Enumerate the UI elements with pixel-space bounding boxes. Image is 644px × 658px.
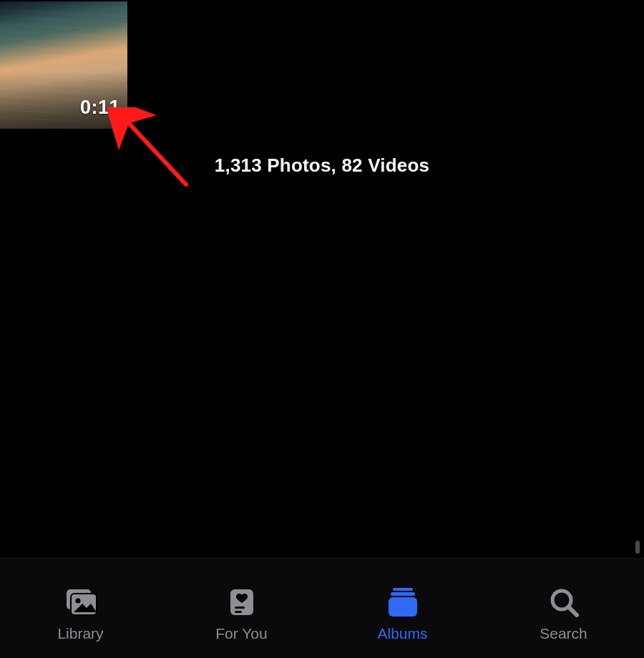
scroll-indicator xyxy=(635,541,640,554)
tab-search[interactable]: Search xyxy=(483,585,644,642)
svg-point-3 xyxy=(75,599,80,604)
video-duration-badge: 0:11 xyxy=(80,97,120,119)
svg-rect-7 xyxy=(393,588,413,591)
albums-icon xyxy=(383,585,423,619)
svg-line-11 xyxy=(569,607,577,615)
video-thumbnail[interactable]: 0:11 xyxy=(0,1,127,129)
tab-search-label: Search xyxy=(540,625,587,642)
tab-foryou-label: For You xyxy=(215,625,267,642)
tab-library[interactable]: Library xyxy=(0,585,161,642)
svg-rect-8 xyxy=(391,592,415,596)
tab-bar: Library For You Albums xyxy=(0,558,644,658)
tab-foryou[interactable]: For You xyxy=(161,585,322,642)
svg-rect-6 xyxy=(235,611,242,613)
svg-rect-5 xyxy=(235,607,245,609)
album-summary-count: 1,313 Photos, 82 Videos xyxy=(0,154,644,177)
foryou-icon xyxy=(222,585,262,619)
tab-albums[interactable]: Albums xyxy=(322,585,483,642)
search-icon xyxy=(544,585,584,619)
library-icon xyxy=(61,585,101,619)
tab-albums-label: Albums xyxy=(377,625,427,642)
tab-library-label: Library xyxy=(57,625,103,642)
svg-rect-9 xyxy=(389,597,417,617)
